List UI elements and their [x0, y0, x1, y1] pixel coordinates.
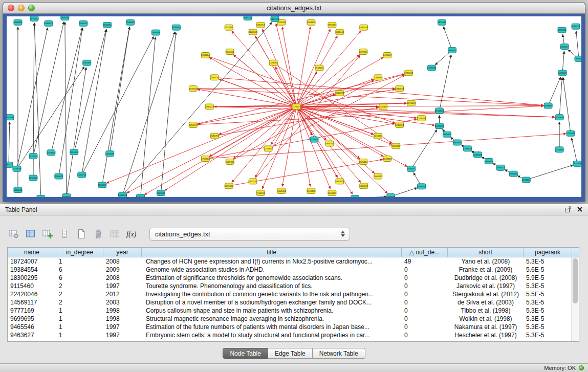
table-row[interactable]: 1938455462009Genome-wide association stu… — [8, 266, 579, 274]
network-node[interactable]: 1725384 — [201, 156, 210, 162]
network-node[interactable]: 1704238 — [256, 190, 265, 196]
column-header[interactable]: name — [8, 248, 56, 257]
table-vertical-scrollbar[interactable] — [571, 257, 579, 341]
network-node[interactable]: 1649573 — [572, 24, 580, 29]
import-table-icon[interactable] — [108, 227, 122, 240]
network-node[interactable]: 1906137 — [328, 22, 337, 28]
network-node[interactable]: 1885310 — [351, 195, 360, 197]
table-row[interactable]: 1456911722003Disruption of a novel membe… — [8, 298, 579, 307]
network-node[interactable]: 1153046 — [418, 116, 426, 121]
network-node[interactable]: 1680124 — [201, 53, 210, 58]
network-edge[interactable] — [563, 77, 571, 134]
network-node[interactable]: 1620374 — [78, 172, 86, 178]
network-node[interactable]: 1679431 — [435, 123, 444, 129]
network-edge[interactable] — [110, 27, 130, 154]
tab-network-table[interactable]: Network Table — [313, 348, 365, 359]
network-node[interactable]: 1603417 — [496, 165, 505, 170]
new-file-icon[interactable] — [75, 227, 88, 240]
network-node[interactable]: 1846029 — [485, 159, 493, 164]
network-node[interactable]: 2055051 — [70, 149, 79, 155]
network-edge[interactable] — [263, 29, 296, 107]
rows-icon[interactable] — [58, 227, 71, 240]
network-node[interactable]: 1210867 — [374, 133, 383, 139]
network-edge[interactable] — [230, 80, 374, 162]
network-node[interactable]: 1664892 — [307, 19, 316, 25]
network-edge[interactable] — [74, 29, 106, 152]
table-row[interactable]: 2242004622012Investigating the contribut… — [8, 290, 579, 298]
network-edge[interactable] — [548, 77, 560, 106]
network-node[interactable]: 1873154 — [29, 154, 38, 159]
network-node[interactable]: 1845011 — [103, 22, 112, 28]
network-node[interactable]: 1593810 — [544, 103, 553, 108]
network-edge[interactable] — [253, 55, 360, 182]
network-node[interactable]: 1905610 — [29, 175, 38, 181]
network-edge[interactable] — [355, 196, 386, 197]
network-node[interactable]: 1485039 — [395, 86, 404, 92]
network-edge[interactable] — [444, 27, 452, 50]
network-edge[interactable] — [123, 32, 175, 195]
network-node[interactable]: 1612208 — [336, 90, 344, 96]
network-node[interactable]: 1518496 — [307, 188, 316, 194]
network-edge[interactable] — [9, 122, 10, 165]
network-node[interactable]: 1867919 — [453, 140, 462, 145]
network-node[interactable]: 1685410 — [359, 159, 368, 165]
table-row[interactable]: 946554611997Estimation of the future num… — [8, 323, 579, 331]
network-node[interactable]: 1269020 — [14, 187, 23, 193]
tab-edge-table[interactable]: Edge Table — [268, 348, 313, 359]
network-node[interactable]: 1854027 — [360, 183, 368, 189]
network-node[interactable]: 1880715 — [7, 162, 13, 167]
column-header[interactable]: △ out_de... — [402, 248, 448, 257]
network-node[interactable]: 1485013 — [443, 132, 451, 137]
network-node[interactable]: 2086791 — [210, 133, 219, 139]
network-node[interactable]: 2262050 — [7, 115, 14, 120]
network-node[interactable]: 1658409 — [151, 30, 160, 35]
network-node[interactable]: 1964879 — [448, 48, 456, 53]
network-node[interactable]: 1445047 — [575, 56, 581, 61]
network-node[interactable]: 1830127 — [205, 104, 214, 110]
minimize-window-button[interactable] — [18, 5, 25, 11]
network-node[interactable]: 1862450 — [509, 171, 518, 177]
network-edge[interactable] — [296, 107, 326, 140]
network-edge[interactable] — [17, 28, 48, 168]
network-edge[interactable] — [34, 23, 41, 197]
network-edge[interactable] — [82, 30, 106, 175]
network-node[interactable]: 1208734 — [374, 75, 383, 80]
create-column-icon[interactable] — [41, 227, 54, 240]
network-node[interactable]: 1725304 — [264, 146, 273, 151]
network-edge[interactable] — [572, 138, 577, 163]
network-node[interactable]: 17240 — [292, 104, 300, 110]
network-node[interactable]: 1435120 — [210, 75, 219, 80]
network-node[interactable]: 1216450 — [555, 147, 564, 152]
network-node[interactable]: 1564931 — [118, 192, 127, 197]
network-edge[interactable] — [559, 77, 562, 117]
network-node[interactable]: 1125441 — [336, 29, 344, 35]
network-edge[interactable] — [33, 22, 64, 157]
network-node[interactable]: 2053107 — [83, 60, 92, 65]
network-node[interactable]: 1602483 — [277, 188, 286, 194]
network-node[interactable]: 8131074 — [271, 16, 279, 21]
network-node[interactable]: 1216109 — [395, 122, 404, 128]
network-node[interactable]: 1771045 — [567, 130, 575, 136]
network-view[interactable]: 1724011468271208734109740911254411664892… — [7, 16, 581, 197]
network-edge[interactable] — [526, 165, 573, 180]
table-select[interactable]: citations_edges.txt — [149, 228, 350, 240]
network-edge[interactable] — [276, 24, 296, 107]
network-edge[interactable] — [65, 22, 67, 196]
close-panel-icon[interactable] — [577, 206, 583, 212]
network-edge[interactable] — [439, 55, 451, 111]
network-node[interactable]: 1509321 — [328, 190, 337, 196]
network-node[interactable]: 1748509 — [383, 53, 392, 58]
network-node[interactable]: 1822317 — [560, 44, 569, 50]
network-node[interactable]: 2026059 — [13, 166, 21, 171]
network-node[interactable]: 1625309 — [555, 115, 564, 120]
window-titlebar[interactable]: citations_edges.txt — [3, 3, 585, 14]
network-node[interactable]: 2059051 — [55, 173, 63, 179]
network-edge[interactable] — [193, 74, 404, 125]
network-node[interactable]: 1730405 — [47, 150, 56, 156]
zoom-window-button[interactable] — [28, 5, 35, 11]
network-node[interactable]: 1872400 — [30, 16, 39, 21]
network-edge[interactable] — [165, 107, 296, 191]
network-node[interactable]: 1675390 — [225, 183, 233, 189]
network-edge[interactable] — [214, 107, 379, 136]
float-panel-icon[interactable] — [564, 206, 572, 213]
